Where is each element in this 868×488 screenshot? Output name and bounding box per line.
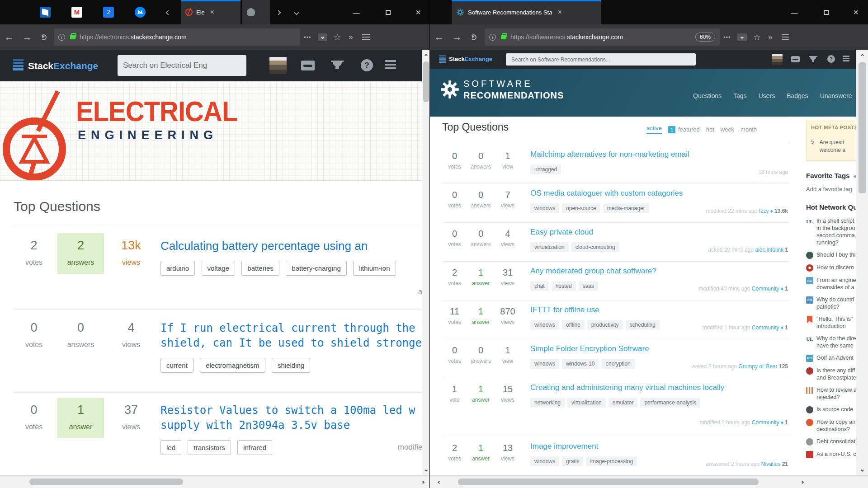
user-link[interactable]: Community ♦: [752, 324, 783, 331]
forward-icon[interactable]: →: [452, 31, 462, 43]
tag[interactable]: cloud-computing: [571, 242, 619, 252]
site-header[interactable]: ELECTRICAL ENGINEERING: [0, 81, 422, 181]
question-title-link[interactable]: Creating and administering many virtual …: [530, 383, 788, 392]
horizontal-scrollbar[interactable]: [430, 475, 868, 488]
page-actions-icon[interactable]: •••: [723, 34, 731, 41]
search-input[interactable]: Search on Electrical Eng: [118, 55, 246, 76]
reload-icon[interactable]: [41, 34, 47, 40]
reload-icon[interactable]: [471, 34, 476, 40]
scrollbar-thumb[interactable]: [29, 479, 183, 485]
question-title-link[interactable]: Simple Folder Encryption Sofrware: [530, 344, 788, 353]
tag[interactable]: windows: [530, 359, 559, 369]
achievements-trophy-icon[interactable]: [333, 61, 342, 66]
hot-question-item[interactable]: Is source code: [806, 406, 856, 413]
tab-close-icon[interactable]: ×: [557, 8, 561, 16]
stackexchange-brand[interactable]: StackExchange: [449, 56, 492, 62]
site-switcher-icon[interactable]: [385, 60, 396, 62]
scroll-left-icon[interactable]: [435, 478, 443, 487]
add-favorite-tag-link[interactable]: Add a favorite tag: [806, 186, 856, 192]
zoom-level-badge[interactable]: 60%: [695, 33, 715, 42]
horizontal-scrollbar[interactable]: [0, 475, 429, 488]
software-recs-logo-icon[interactable]: [440, 80, 460, 99]
tab-software-recommendations[interactable]: Software Recommendations Sta ×: [452, 0, 601, 24]
scroll-up-icon[interactable]: [856, 51, 868, 60]
inbox-icon[interactable]: [301, 61, 315, 70]
question-title-link[interactable]: IFTTT for offline use: [530, 305, 788, 314]
tag[interactable]: transistors: [188, 440, 231, 455]
url-bar[interactable]: i https://softwarerecs.stackexchange.com…: [485, 28, 720, 46]
nav-users[interactable]: Users: [759, 92, 775, 99]
stackexchange-logo-icon[interactable]: [439, 55, 446, 64]
hot-question-item[interactable]: As a non-U.S. c: [806, 450, 856, 458]
hot-question-item[interactable]: PCG Golf an Advent: [806, 354, 856, 362]
tab-scroll-left-icon[interactable]: [166, 8, 170, 16]
hot-question-item[interactable]: How to review arejected?: [806, 386, 856, 401]
toolbar-overflow-icon[interactable]: »: [768, 33, 773, 42]
tag[interactable]: networking: [530, 398, 565, 408]
hot-question-item[interactable]: "Hello, This is"introduction: [806, 315, 856, 330]
maximize-button[interactable]: [377, 0, 398, 24]
tag[interactable]: image-processing: [586, 456, 637, 466]
question-title-link[interactable]: Resistor Values to switch a 100ma led w: [160, 403, 425, 418]
tag[interactable]: windows-10: [562, 359, 599, 369]
tag[interactable]: led: [160, 440, 181, 455]
tab-close-icon[interactable]: ×: [210, 8, 214, 16]
site-switcher-icon[interactable]: [843, 56, 849, 57]
page-info-icon[interactable]: i: [489, 34, 496, 41]
scroll-right-icon[interactable]: [419, 478, 427, 487]
user-link[interactable]: alec.infolink: [755, 247, 783, 253]
hot-question-item[interactable]: EG From an enginedownsides of a: [806, 277, 856, 291]
back-icon[interactable]: ←: [4, 31, 14, 43]
tag[interactable]: chat: [530, 281, 549, 291]
tag[interactable]: current: [160, 358, 193, 373]
bookmark-star-icon[interactable]: ☆: [753, 32, 761, 42]
minimize-button[interactable]: —: [784, 0, 805, 24]
question-title-link[interactable]: supply with 2n3094a 3.5v base: [160, 418, 425, 433]
tag[interactable]: performance-analysis: [640, 398, 700, 408]
close-button[interactable]: ×: [845, 0, 866, 24]
user-link[interactable]: Community ♦: [752, 419, 783, 426]
question-title-link[interactable]: Calculating battery percentage using an: [160, 239, 425, 253]
scroll-down-icon[interactable]: [422, 465, 429, 474]
page-info-icon[interactable]: i: [58, 34, 65, 41]
vertical-scrollbar[interactable]: [856, 50, 868, 475]
tab-list-dropdown-icon[interactable]: [295, 8, 298, 16]
tag[interactable]: battery-charging: [286, 261, 346, 276]
pinned-tab-gmail-icon[interactable]: M: [70, 5, 84, 19]
url-bar[interactable]: i https://electronics.stackexchange.com: [54, 28, 300, 46]
tag[interactable]: virtualization: [567, 398, 606, 408]
question-title-link[interactable]: If I run electrical current through the …: [160, 321, 425, 336]
question-title-link[interactable]: Any moderated group chat software?: [530, 267, 788, 276]
menu-icon[interactable]: [782, 37, 789, 38]
hot-question-item[interactable]: How to copy andestinations?: [806, 418, 856, 433]
site-title-line1[interactable]: SOFTWARE: [463, 79, 533, 89]
nav-unanswered[interactable]: Unanswered: [820, 92, 852, 99]
tag[interactable]: windows: [530, 456, 559, 466]
scroll-down-icon[interactable]: [856, 465, 868, 474]
tag[interactable]: scheduling: [626, 320, 660, 330]
tag[interactable]: hosted: [552, 281, 576, 291]
inbox-icon[interactable]: [791, 56, 800, 62]
tag[interactable]: media-manager: [603, 203, 649, 213]
pinned-tab-app-icon[interactable]: [38, 5, 52, 19]
question-title-link[interactable]: Mailchimp alternatives for non-marketing…: [530, 150, 788, 159]
search-input[interactable]: Search on Software Recommendations...: [506, 53, 696, 66]
back-icon[interactable]: ←: [434, 31, 444, 43]
avatar[interactable]: [269, 57, 287, 74]
page-actions-icon[interactable]: •••: [304, 34, 311, 41]
tag[interactable]: saas: [579, 281, 598, 291]
hot-question-item[interactable]: Debt consolidat: [806, 438, 856, 446]
scrollbar-thumb[interactable]: [423, 61, 429, 102]
scrollbar-thumb[interactable]: [458, 479, 759, 485]
help-icon[interactable]: ?: [361, 59, 373, 71]
nav-questions[interactable]: Questions: [693, 92, 722, 99]
hot-question-item[interactable]: UL Why do the direhave the same: [806, 335, 856, 349]
tag[interactable]: electromagnetism: [200, 358, 265, 373]
tab-active[interactable]: active: [646, 125, 662, 134]
hot-question-item[interactable]: Is there any diffand Breastplate: [806, 367, 856, 381]
hot-question-item[interactable]: PO Why do countripatriotic?: [806, 296, 856, 310]
stackexchange-brand[interactable]: StackExchange: [28, 61, 98, 71]
vertical-scrollbar[interactable]: [422, 50, 429, 475]
tab-month[interactable]: month: [741, 126, 757, 133]
question-title-link[interactable]: OS media cataloguer with custom catagori…: [530, 189, 788, 198]
